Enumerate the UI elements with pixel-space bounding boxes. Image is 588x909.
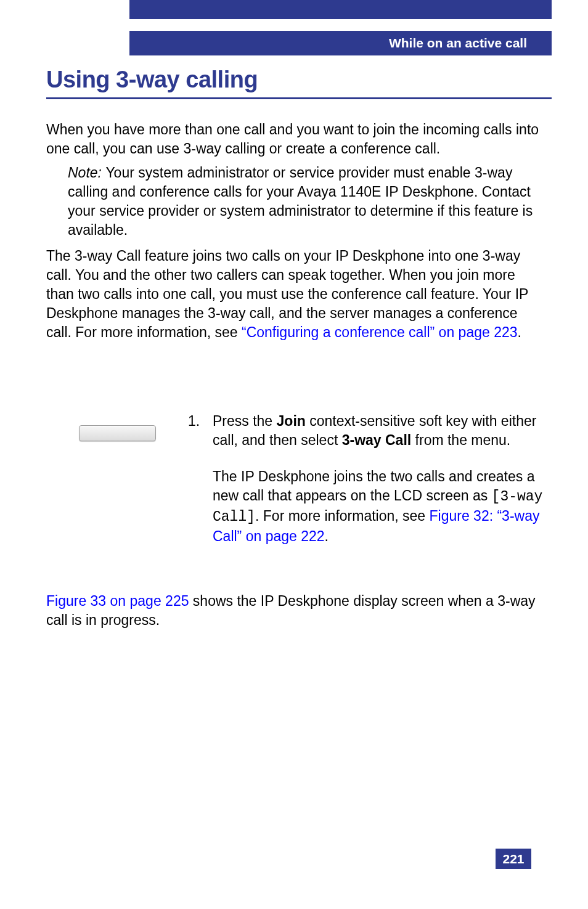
header-top-bar — [129, 0, 552, 19]
page-number-badge: 221 — [496, 849, 531, 869]
step1-menu-option: 3-way Call — [342, 432, 412, 448]
step1b-post: . — [325, 528, 329, 544]
header-section-label: While on an active call — [129, 31, 552, 55]
step-body: Press the Join context-sensitive soft ke… — [213, 412, 552, 563]
step1b-mid: . For more information, see — [255, 508, 430, 524]
configuring-conference-link[interactable]: “Configuring a conference call” on page … — [242, 324, 518, 340]
step1-line1: Press the Join context-sensitive soft ke… — [213, 412, 552, 450]
intro-paragraph: When you have more than one call and you… — [46, 120, 545, 158]
softkey-column — [46, 412, 188, 441]
step1-line2: The IP Deskphone joins the two calls and… — [213, 467, 552, 546]
note-body: Your system administrator or service pro… — [68, 165, 533, 238]
closing-paragraph: Figure 33 on page 225 shows the IP Deskp… — [46, 592, 545, 630]
procedure-step-1: 1. Press the Join context-sensitive soft… — [46, 412, 552, 563]
step1b-pre: The IP Deskphone joins the two calls and… — [213, 468, 535, 503]
page-heading: Using 3-way calling — [46, 67, 552, 97]
note-paragraph: Note: Your system administrator or servi… — [68, 163, 542, 240]
heading-underline — [46, 97, 552, 99]
step1-softkey-label: Join — [277, 413, 306, 429]
feature-paragraph: The 3-way Call feature joins two calls o… — [46, 247, 545, 342]
step-number: 1. — [188, 412, 213, 563]
page-number-text: 221 — [502, 852, 524, 866]
note-prefix: Note: — [68, 165, 105, 181]
header-gap — [129, 19, 552, 31]
figure33-link[interactable]: Figure 33 on page 225 — [46, 593, 189, 609]
join-softkey-button[interactable] — [79, 425, 156, 441]
header-section-text: While on an active call — [389, 36, 527, 51]
feature-body-post: . — [518, 324, 521, 340]
step1-post: from the menu. — [411, 432, 510, 448]
step1-pre: Press the — [213, 413, 277, 429]
step-text-column: 1. Press the Join context-sensitive soft… — [188, 412, 552, 563]
